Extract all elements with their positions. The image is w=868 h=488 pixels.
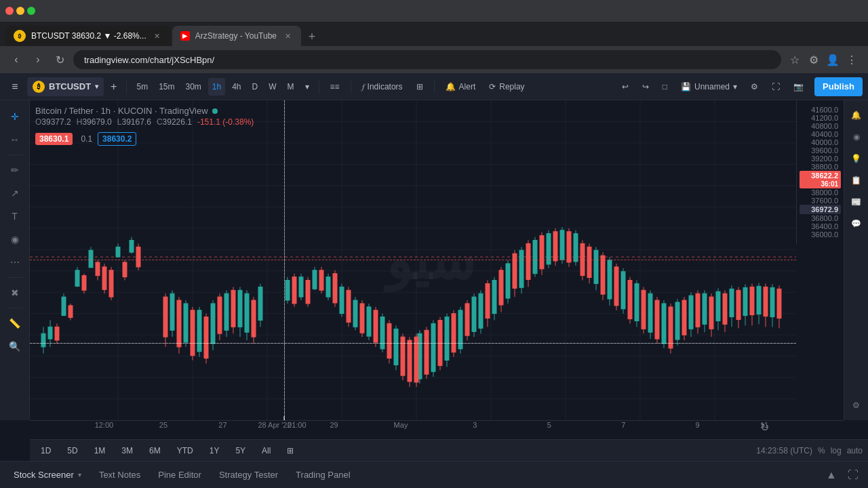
- more-btn[interactable]: ⋮: [844, 52, 860, 68]
- timerange-1m[interactable]: 1M: [89, 443, 111, 459]
- tab-close-tradingview[interactable]: ✕: [152, 30, 163, 41]
- timeframe-30m[interactable]: 30m: [181, 78, 205, 96]
- forward-btn[interactable]: ›: [30, 52, 46, 68]
- back-btn[interactable]: ‹: [8, 52, 24, 68]
- tab-close-youtube[interactable]: ✕: [282, 30, 293, 41]
- add-symbol-btn[interactable]: +: [106, 77, 121, 96]
- timeframe-m[interactable]: M: [283, 78, 298, 96]
- timeframe-d[interactable]: D: [248, 78, 262, 96]
- compare-btn[interactable]: ⊞: [281, 443, 299, 459]
- svg-rect-207: [608, 260, 612, 299]
- indicators-label: Indicators: [368, 82, 403, 92]
- minimize-window-btn[interactable]: [16, 7, 24, 15]
- publish-btn[interactable]: Publish: [814, 77, 863, 96]
- price-current-group: 38622.236:01: [800, 171, 841, 188]
- tab-pine-editor[interactable]: Pine Editor: [150, 464, 210, 486]
- svg-rect-149: [519, 250, 524, 287]
- draw-tool[interactable]: ✏: [4, 159, 26, 181]
- right-news-btn[interactable]: 📰: [847, 192, 866, 211]
- close-window-btn[interactable]: [5, 7, 14, 15]
- symbol-selector[interactable]: ₿ BTCUSDT ▾: [27, 77, 104, 96]
- tv-main: ✛ ↔ ✏ ↗ T ◉ ⋯ ✖ 📏 🔍 سیو Bitcoin / Tether…: [0, 100, 868, 420]
- svg-rect-111: [326, 277, 330, 298]
- timerange-ytd[interactable]: YTD: [172, 443, 199, 459]
- chart-type-btn[interactable]: ≡≡: [325, 77, 345, 96]
- right-calendar-btn[interactable]: 📋: [847, 171, 866, 190]
- tab-stock-screener[interactable]: Stock Screener ▾: [5, 464, 90, 486]
- text-tool[interactable]: T: [4, 205, 26, 227]
- right-idea-btn[interactable]: 💡: [847, 149, 866, 168]
- extensions-btn[interactable]: ⚙: [806, 52, 822, 68]
- left-tools-panel: ✛ ↔ ✏ ↗ T ◉ ⋯ ✖ 📏 🔍: [0, 100, 30, 420]
- timerange-3m[interactable]: 3M: [116, 443, 138, 459]
- timerange-5y[interactable]: 5Y: [230, 443, 251, 459]
- move-tool[interactable]: ↔: [4, 129, 26, 150]
- tab-tradingview[interactable]: ₿ BTCUSDT 38630.2 ▼ -2.68%... ✕: [5, 26, 171, 46]
- svg-rect-37: [130, 241, 134, 253]
- auto-btn[interactable]: auto: [847, 446, 863, 455]
- strategy-tester-label: Strategy Tester: [219, 470, 278, 480]
- trendline-tool[interactable]: ↗: [4, 182, 26, 204]
- log-btn[interactable]: log: [831, 446, 842, 455]
- tab-trading-panel[interactable]: Trading Panel: [288, 464, 358, 486]
- ohlc-close: C39226.1: [157, 117, 192, 127]
- maximize-window-btn[interactable]: [27, 7, 35, 15]
- percent-btn[interactable]: %: [818, 446, 825, 455]
- tab-youtube[interactable]: ▶ ArzStrategy - YouTube ✕: [172, 26, 301, 46]
- remove-tool[interactable]: ✖: [4, 282, 26, 304]
- svg-rect-157: [574, 234, 578, 262]
- fullscreen-btn[interactable]: ⛶: [766, 77, 785, 96]
- timerange-all[interactable]: All: [256, 443, 276, 459]
- refresh-btn[interactable]: ↻: [52, 52, 68, 68]
- timerange-6m[interactable]: 6M: [144, 443, 166, 459]
- unnamed-btn[interactable]: 💾 Unnamed ▾: [675, 77, 743, 96]
- timerange-5d[interactable]: 5D: [62, 443, 83, 459]
- hamburger-menu[interactable]: ≡: [5, 77, 24, 96]
- timeframe-15m[interactable]: 15m: [155, 78, 178, 96]
- timerange-1y[interactable]: 1Y: [204, 443, 225, 459]
- tab-title-youtube: ArzStrategy - YouTube: [195, 31, 277, 41]
- more-tools-btn[interactable]: ⋯: [4, 251, 26, 273]
- zoom-in-tool[interactable]: 🔍: [4, 336, 26, 357]
- ruler-tool[interactable]: 📏: [4, 312, 26, 334]
- svg-rect-165: [526, 243, 530, 279]
- replay-btn[interactable]: ⟳ Replay: [484, 77, 530, 96]
- bookmark-btn[interactable]: ☆: [787, 52, 803, 68]
- chart-container[interactable]: سیو Bitcoin / Tether · 1h · KUCOIN · Tra…: [30, 100, 796, 420]
- timeframe-w[interactable]: W: [264, 78, 280, 96]
- svg-rect-145: [492, 281, 496, 314]
- measure-tool[interactable]: ◉: [4, 228, 26, 250]
- right-alert-btn[interactable]: 🔔: [847, 106, 866, 125]
- crosshair-tool[interactable]: ✛: [4, 106, 26, 127]
- address-input[interactable]: [73, 50, 781, 69]
- price-41200: 41200.0: [800, 114, 841, 122]
- timeframe-5m[interactable]: 5m: [132, 78, 152, 96]
- right-settings-btn[interactable]: ⚙: [847, 396, 866, 415]
- address-actions: ☆ ⚙ 👤 ⋮: [787, 52, 860, 68]
- snapshot-btn[interactable]: 📷: [788, 77, 809, 96]
- layout-square-btn[interactable]: □: [657, 77, 673, 96]
- redo-btn[interactable]: ↪: [637, 77, 654, 96]
- panel-maximize-btn[interactable]: ⛶: [844, 466, 863, 485]
- layout-btn[interactable]: ⊞: [411, 77, 429, 96]
- right-tools: 🔔 ◉ 💡 📋 📰 💬 ⚙: [844, 100, 868, 420]
- indicators-btn[interactable]: 𝑓 Indicators: [357, 77, 408, 96]
- timeframe-dropdown[interactable]: ▾: [301, 78, 313, 96]
- price-40000: 40000.0: [800, 138, 841, 146]
- price-36000: 36000.0: [800, 230, 841, 239]
- right-watchlist-btn[interactable]: ◉: [847, 127, 866, 146]
- right-chat-btn[interactable]: 💬: [847, 214, 866, 233]
- timeframe-4h[interactable]: 4h: [228, 78, 245, 96]
- tab-text-notes[interactable]: Text Notes: [91, 464, 149, 486]
- alert-btn[interactable]: 🔔 Alert: [440, 77, 481, 96]
- chart-status-dot: [212, 108, 218, 114]
- undo-btn[interactable]: ↩: [616, 77, 634, 96]
- timeframe-1h[interactable]: 1h: [208, 78, 225, 96]
- new-tab-btn[interactable]: +: [302, 27, 321, 46]
- profile-btn[interactable]: 👤: [825, 52, 841, 68]
- timerange-1d[interactable]: 1D: [35, 443, 56, 459]
- tab-strategy-tester[interactable]: Strategy Tester: [211, 464, 286, 486]
- settings-btn[interactable]: ⚙: [745, 77, 764, 96]
- panel-minimize-btn[interactable]: ▲: [822, 466, 841, 485]
- time-axis-refresh-btn[interactable]: ↻: [760, 421, 769, 434]
